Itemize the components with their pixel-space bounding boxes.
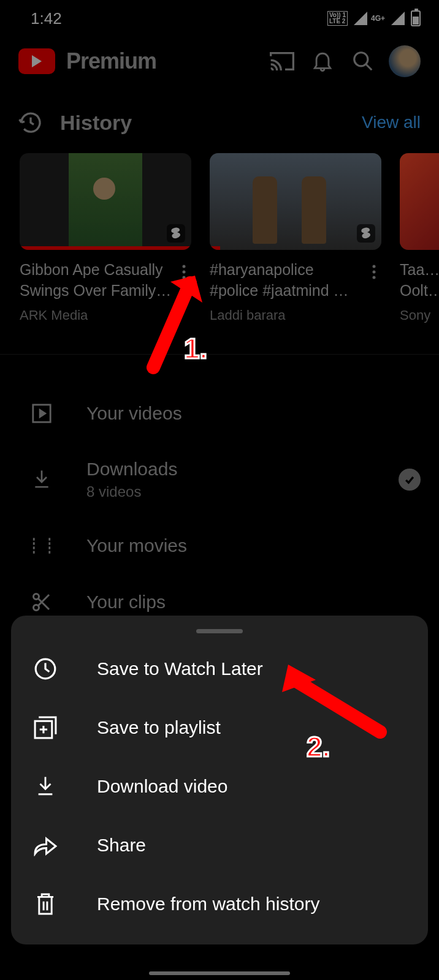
bell-icon[interactable]	[308, 47, 337, 76]
shorts-icon	[357, 224, 375, 243]
sheet-handle[interactable]	[196, 629, 243, 633]
svg-rect-11	[33, 551, 35, 553]
remove-history-row[interactable]: Remove from watch history	[11, 875, 428, 933]
history-item-channel: ARK Media	[20, 307, 172, 323]
cast-icon[interactable]	[267, 47, 297, 76]
svg-point-5	[373, 271, 376, 274]
download-icon	[31, 469, 53, 491]
history-item-title: #haryanapolice #police #jaatmind …	[210, 260, 362, 301]
share-icon	[33, 833, 58, 858]
svg-rect-9	[33, 542, 35, 545]
save-playlist-row[interactable]: Save to playlist	[11, 698, 428, 757]
app-header: Premium	[0, 37, 439, 86]
play-square-icon	[31, 402, 53, 424]
sheet-label: Save to Watch Later	[97, 658, 263, 679]
your-movies-row[interactable]: Your movies	[31, 518, 421, 574]
history-item-channel: Laddi barara	[210, 307, 362, 323]
svg-point-6	[373, 276, 376, 279]
lib-title: Your movies	[86, 535, 421, 556]
share-row[interactable]: Share	[11, 816, 428, 875]
svg-point-4	[373, 265, 376, 268]
history-item-channel: Sony	[400, 307, 439, 323]
battery-icon	[411, 10, 421, 26]
svg-rect-12	[48, 538, 50, 540]
playlist-add-icon	[33, 715, 58, 740]
sheet-label: Remove from watch history	[97, 894, 319, 914]
svg-rect-14	[48, 546, 50, 549]
history-item[interactable]: Gibbon Ape Casually Swings Over Family… …	[20, 153, 191, 323]
status-bar: 1:42 Vo)) 1 LTE 2 4G+	[0, 0, 439, 37]
sheet-label: Download video	[97, 776, 227, 797]
history-thumbnail[interactable]	[400, 153, 439, 250]
search-icon[interactable]	[348, 47, 378, 76]
youtube-logo-icon[interactable]	[18, 48, 55, 74]
view-all-link[interactable]: View all	[362, 113, 421, 132]
svg-rect-15	[48, 551, 50, 553]
svg-point-0	[354, 53, 368, 66]
svg-rect-13	[48, 542, 50, 545]
lib-title: Your videos	[86, 403, 421, 424]
status-right: Vo)) 1 LTE 2 4G+	[327, 10, 421, 26]
svg-point-1	[183, 265, 186, 268]
your-videos-row[interactable]: Your videos	[31, 385, 421, 442]
history-item-title: Gibbon Ape Casually Swings Over Family…	[20, 260, 172, 301]
svg-rect-10	[33, 546, 35, 549]
library-list: Your videos Downloads 8 videos Your movi…	[0, 355, 439, 643]
clock-icon	[33, 657, 58, 681]
svg-point-3	[183, 276, 186, 279]
signal-icon-2	[391, 12, 405, 25]
history-thumbnail[interactable]	[20, 153, 191, 250]
avatar[interactable]	[389, 45, 421, 77]
download-video-row[interactable]: Download video	[11, 757, 428, 816]
shorts-icon	[167, 224, 185, 243]
signal-icon-1	[354, 12, 367, 25]
history-icon	[18, 110, 43, 135]
download-icon	[33, 774, 58, 799]
svg-rect-8	[33, 538, 35, 540]
downloads-row[interactable]: Downloads 8 videos	[31, 442, 421, 518]
sheet-label: Share	[97, 835, 146, 856]
history-item[interactable]: Taa… Oolt… Sony	[400, 153, 439, 323]
sheet-label: Save to playlist	[97, 717, 221, 738]
lib-title: Your clips	[86, 592, 421, 612]
bottom-sheet: Save to Watch Later Save to playlist Dow…	[11, 616, 428, 944]
status-time: 1:42	[31, 9, 62, 28]
svg-point-2	[183, 271, 186, 274]
network-label: 4G+	[371, 14, 385, 23]
history-row[interactable]: Gibbon Ape Casually Swings Over Family… …	[0, 147, 439, 342]
film-icon	[31, 535, 53, 557]
history-header: History View all	[0, 86, 439, 147]
lib-title: Downloads	[86, 459, 365, 480]
brand-text: Premium	[66, 48, 156, 74]
nav-handle[interactable]	[149, 971, 290, 975]
save-watch-later-row[interactable]: Save to Watch Later	[11, 639, 428, 698]
more-icon[interactable]	[177, 260, 191, 284]
history-item[interactable]: #haryanapolice #police #jaatmind … Laddi…	[210, 153, 381, 323]
history-title: History	[60, 111, 345, 135]
more-icon[interactable]	[367, 260, 381, 284]
history-item-title: Taa… Oolt…	[400, 260, 439, 301]
volte-icon: Vo)) 1 LTE 2	[327, 11, 348, 26]
scissors-icon	[31, 591, 53, 613]
check-icon	[399, 469, 421, 491]
trash-icon	[33, 892, 58, 916]
lib-subtitle: 8 videos	[86, 483, 365, 500]
history-thumbnail[interactable]	[210, 153, 381, 250]
